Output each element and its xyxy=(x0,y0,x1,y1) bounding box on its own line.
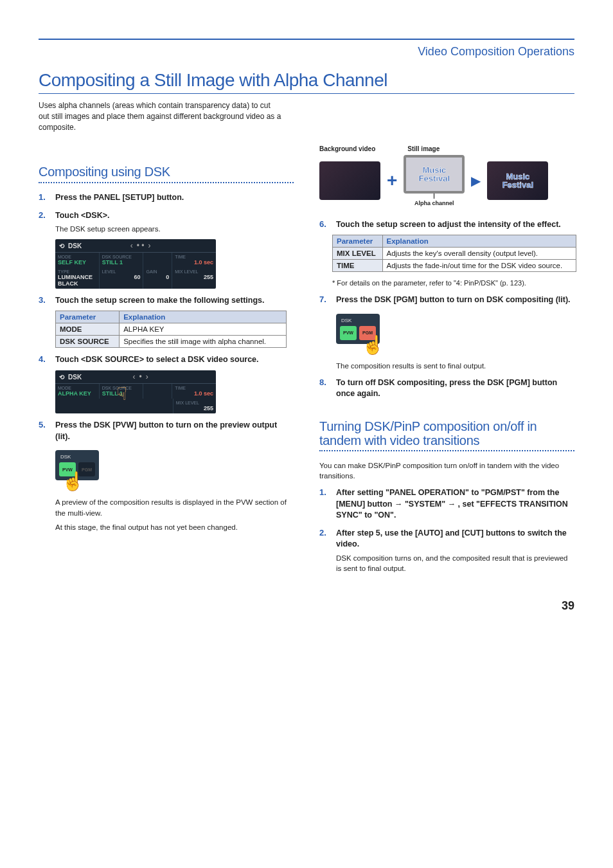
expl-cell: ALPHA KEY xyxy=(120,323,287,335)
th-explanation: Explanation xyxy=(120,311,287,323)
mode-label: MODE xyxy=(58,386,96,390)
step-text: After step 5, use the [AUTO] and [CUT] b… xyxy=(336,528,574,550)
dsk-setup-screenshot-1: ⟲ DSK ‹• •› MODESELF KEY DSK SOURCESTILL… xyxy=(55,239,294,289)
table-row: MIX LEVELAdjusts the key's overall densi… xyxy=(333,247,576,259)
step-number: 1. xyxy=(319,487,331,521)
dsk-setup-screenshot-2: ⟲ DSK ‹•› MODEALPHA KEY DSK SOURCESTILL … xyxy=(55,370,294,413)
back-icon: ⟲ xyxy=(59,374,64,381)
still-image-thumb: Music Festival xyxy=(404,155,465,194)
divider xyxy=(39,182,294,183)
pointer-hand-icon: ☝ xyxy=(62,471,84,492)
mix-value: 255 xyxy=(176,405,213,411)
mix-label: MIX LEVEL xyxy=(176,401,213,405)
page-number: 39 xyxy=(0,599,613,613)
step-number: 6. xyxy=(319,219,331,231)
mode-label: MODE xyxy=(58,255,96,259)
mix-label: MIX LEVEL xyxy=(175,269,213,274)
bg-label: Background video xyxy=(319,145,375,152)
dsk-panel-pvw: DSK PVW PGM ☝ xyxy=(55,450,99,480)
expl-cell: Specifies the still image with alpha cha… xyxy=(120,335,287,347)
still-label: Still image xyxy=(407,145,440,152)
expl-cell: Adjusts the key's overall density (outpu… xyxy=(382,247,576,259)
table-row: MODEALPHA KEY xyxy=(56,323,287,335)
table-row: TIMEAdjusts the fade-in/out time for the… xyxy=(333,259,576,271)
param-cell: TIME xyxy=(333,259,383,271)
mode-value: SELF KEY xyxy=(58,259,96,266)
step-5: 5. Press the DSK [PVW] button to turn on… xyxy=(39,420,294,442)
step-text: Press the DSK [PVW] button to turn on th… xyxy=(55,420,294,442)
plus-icon: + xyxy=(387,170,397,191)
step-text: Touch the setup screen to make the follo… xyxy=(55,295,265,307)
step-number: 7. xyxy=(319,294,331,306)
type-value: LUMINANCE xyxy=(58,274,93,280)
divider xyxy=(319,450,574,451)
overlay-text-2: Festival xyxy=(502,181,533,189)
compositing-diagram: + Music Festival Alpha channel ▶ Music F… xyxy=(319,155,574,206)
th-parameter: Parameter xyxy=(333,235,383,247)
type-label: TYPE xyxy=(58,269,96,274)
breadcrumb: Video Composition Operations xyxy=(39,40,574,70)
step-sub: DSK composition turns on, and the compos… xyxy=(336,553,574,574)
page-title: Compositing a Still Image with Alpha Cha… xyxy=(39,70,574,94)
dsk-panel-pgm: DSK PVW PGM ☝ xyxy=(336,314,380,344)
footnote: * For details on the parameter, refer to… xyxy=(332,278,574,288)
screen-title: DSK xyxy=(68,242,82,249)
diagram-labels: Background video Still image xyxy=(319,145,574,152)
src-value: STILL 1 xyxy=(102,259,141,266)
time-value: 1.0 sec xyxy=(175,259,213,266)
level-label: LEVEL xyxy=(102,269,141,274)
step-1: 1. Press the PANEL [SETUP] button. xyxy=(39,192,294,204)
step-sub: At this stage, the final output has not … xyxy=(55,522,294,532)
tandem-step-1: 1. After setting "PANEL OPERATION" to "P… xyxy=(319,487,574,521)
composite-result-thumb: Music Festival xyxy=(487,161,548,200)
black-value: BLACK xyxy=(58,280,96,287)
time-label: TIME xyxy=(175,255,213,259)
src-label: DSK SOURCE xyxy=(102,255,141,259)
mix-value: 255 xyxy=(175,274,213,280)
mode-value: ALPHA KEY xyxy=(58,390,96,397)
gain-value: 0 xyxy=(146,274,169,280)
section-title-tandem: Turning DSK/PinP composition on/off in t… xyxy=(319,419,574,448)
tandem-step-2: 2. After step 5, use the [AUTO] and [CUT… xyxy=(319,528,574,550)
pvw-button[interactable]: PVW xyxy=(340,326,357,340)
step-sub: The DSK setup screen appears. xyxy=(55,224,294,234)
pointer-hand-icon: ☟ xyxy=(116,383,127,404)
step-text: Touch <DSK SOURCE> to select a DSK video… xyxy=(55,354,259,366)
param-cell: DSK SOURCE xyxy=(56,335,120,347)
page-nav: ‹• •› xyxy=(130,241,151,250)
expl-cell: Adjusts the fade-in/out time for the DSK… xyxy=(382,259,576,271)
param-cell: MIX LEVEL xyxy=(333,247,383,259)
overlay-text-2: Festival xyxy=(419,174,450,183)
level-value: 60 xyxy=(102,274,141,280)
step-number: 1. xyxy=(39,192,50,204)
step-number: 5. xyxy=(39,420,50,442)
step-text: Touch the setup screen to adjust the int… xyxy=(336,219,561,231)
step-text: Press the DSK [PGM] button to turn on DS… xyxy=(336,294,571,306)
intro-text: Uses alpha channels (areas which contain… xyxy=(39,100,283,132)
back-icon: ⟲ xyxy=(59,242,64,249)
step-6: 6. Touch the setup screen to adjust the … xyxy=(319,219,574,231)
step-3: 3. Touch the setup screen to make the fo… xyxy=(39,295,294,307)
parameter-table-right: ParameterExplanation MIX LEVELAdjusts th… xyxy=(332,235,576,272)
step-sub: The composition results is sent to final… xyxy=(336,361,574,371)
step-7: 7. Press the DSK [PGM] button to turn on… xyxy=(319,294,574,306)
step-2: 2. Touch <DSK>. xyxy=(39,210,294,222)
table-row: DSK SOURCESpecifies the still image with… xyxy=(56,335,287,347)
step-text: Touch <DSK>. xyxy=(55,210,110,222)
step-text: To turn off DSK compositing, press the D… xyxy=(336,377,574,400)
step-8: 8. To turn off DSK compositing, press th… xyxy=(319,377,574,400)
th-parameter: Parameter xyxy=(56,311,120,323)
background-video-thumb xyxy=(319,161,380,200)
section2-intro: You can make DSK/PinP composition turn o… xyxy=(319,460,574,481)
step-number: 2. xyxy=(319,528,331,550)
screen-title: DSK xyxy=(68,374,82,381)
parameter-table-left: ParameterExplanation MODEALPHA KEY DSK S… xyxy=(55,311,287,348)
alpha-channel-label: Alpha channel xyxy=(404,200,465,206)
th-explanation: Explanation xyxy=(382,235,576,247)
panel-title: DSK xyxy=(339,316,377,325)
gain-label: GAIN xyxy=(146,269,169,274)
step-text: After setting "PANEL OPERATION" to "PGM/… xyxy=(336,487,574,521)
time-label: TIME xyxy=(175,386,213,390)
section-title-dsk: Compositing using DSK xyxy=(39,165,294,179)
arrow-icon: ▶ xyxy=(471,173,481,188)
